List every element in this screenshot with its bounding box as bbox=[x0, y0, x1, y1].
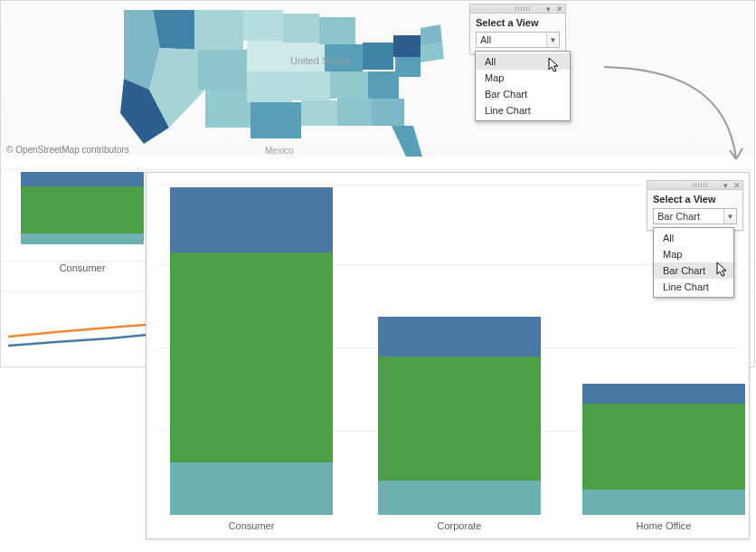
card-menu-icon[interactable]: ▾ bbox=[544, 5, 553, 14]
bar-seg-teal bbox=[582, 490, 745, 515]
parameter-dropdown-list: All Map Bar Chart Line Chart bbox=[475, 51, 571, 121]
bar-seg-green bbox=[170, 252, 333, 462]
svg-rect-18 bbox=[337, 99, 372, 126]
card-titlebar[interactable]: ▾ ✕ bbox=[647, 181, 742, 190]
bar-seg-teal bbox=[378, 481, 541, 515]
svg-rect-13 bbox=[292, 71, 330, 100]
svg-rect-7 bbox=[243, 10, 283, 41]
map-mexico-label: Mexico bbox=[265, 146, 294, 156]
card-titlebar[interactable]: ▾ ✕ bbox=[470, 5, 565, 14]
card-menu-icon[interactable]: ▾ bbox=[722, 182, 730, 190]
parameter-dropdown[interactable]: All ▼ bbox=[476, 32, 560, 48]
bar-seg-teal bbox=[170, 462, 333, 515]
category-label-corporate: Corporate bbox=[378, 520, 541, 531]
bar-seg-blue bbox=[582, 384, 745, 404]
parameter-title: Select a View bbox=[647, 190, 742, 206]
bar-seg-green bbox=[378, 357, 541, 481]
us-map bbox=[118, 1, 498, 157]
svg-rect-16 bbox=[330, 71, 368, 99]
svg-rect-19 bbox=[368, 71, 399, 99]
parameter-value: All bbox=[480, 34, 491, 45]
parameter-dropdown-list: All Map Bar Chart Line Chart bbox=[653, 227, 734, 298]
bar-seg-blue bbox=[378, 317, 541, 357]
dashboard-bar-chart-view: Consumer Corporate Home Office ▾ bbox=[146, 172, 750, 539]
option-all[interactable]: All bbox=[476, 53, 570, 70]
svg-rect-22 bbox=[363, 43, 393, 70]
option-line-chart[interactable]: Line Chart bbox=[654, 279, 733, 295]
parameter-dropdown[interactable]: Bar Chart ▼ bbox=[653, 208, 737, 224]
parameter-value: Bar Chart bbox=[657, 211, 700, 222]
svg-rect-24 bbox=[395, 57, 421, 77]
option-line-chart[interactable]: Line Chart bbox=[476, 102, 570, 119]
map-country-label: United States bbox=[290, 55, 350, 66]
svg-rect-17 bbox=[301, 100, 337, 126]
svg-rect-5 bbox=[198, 50, 247, 90]
chevron-down-icon[interactable]: ▼ bbox=[723, 209, 736, 224]
option-bar-chart[interactable]: Bar Chart bbox=[476, 86, 570, 102]
svg-rect-23 bbox=[393, 35, 421, 57]
svg-marker-21 bbox=[392, 126, 422, 157]
grip-icon bbox=[515, 6, 532, 11]
option-all[interactable]: All bbox=[654, 230, 733, 246]
svg-rect-14 bbox=[319, 17, 355, 44]
category-label-consumer: Consumer bbox=[170, 520, 333, 531]
map-view[interactable]: United States Mexico © OpenStreetMap con… bbox=[1, 1, 754, 157]
bar-seg-blue bbox=[170, 187, 333, 252]
parameter-select-view-card: ▾ ✕ Select a View Bar Chart ▼ bbox=[647, 180, 743, 231]
bar-mini-label: Consumer bbox=[21, 262, 144, 273]
line-chart-mini bbox=[1, 291, 164, 367]
svg-rect-6 bbox=[205, 90, 250, 128]
grip-icon bbox=[693, 183, 709, 187]
bar-chart[interactable]: Consumer Corporate Home Office bbox=[157, 182, 738, 515]
option-map[interactable]: Map bbox=[476, 70, 570, 86]
parameter-select-view-card: ▾ ✕ Select a View All ▼ bbox=[469, 4, 566, 54]
option-bar-chart[interactable]: Bar Chart bbox=[654, 262, 733, 279]
card-close-icon[interactable]: ✕ bbox=[555, 5, 563, 14]
svg-marker-25 bbox=[421, 24, 442, 46]
option-map[interactable]: Map bbox=[654, 246, 733, 262]
svg-rect-9 bbox=[247, 71, 292, 102]
map-attribution: © OpenStreetMap contributors bbox=[6, 145, 129, 155]
bar-seg-green bbox=[582, 404, 745, 490]
svg-rect-10 bbox=[250, 102, 301, 138]
parameter-title: Select a View bbox=[470, 14, 565, 30]
svg-rect-4 bbox=[194, 10, 243, 50]
svg-rect-20 bbox=[372, 99, 404, 126]
card-close-icon[interactable]: ✕ bbox=[732, 182, 741, 190]
chevron-down-icon[interactable]: ▼ bbox=[546, 33, 559, 47]
svg-rect-11 bbox=[283, 14, 319, 43]
svg-marker-2 bbox=[153, 10, 198, 50]
svg-rect-8 bbox=[247, 41, 287, 71]
category-label-home-office: Home Office bbox=[582, 520, 745, 531]
